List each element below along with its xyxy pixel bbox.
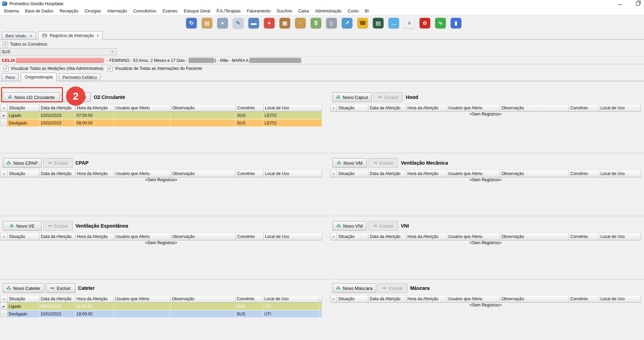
column-header[interactable]: Usuário que Aferiu: [114, 104, 171, 112]
price-up-icon[interactable]: ↑: [295, 18, 306, 28]
column-header[interactable]: Local de Uso: [599, 233, 641, 240]
column-header[interactable]: Hora da Aferição: [406, 104, 447, 112]
column-header[interactable]: Local de Uso: [599, 170, 641, 177]
novo-cateter-button[interactable]: Novo Cateter: [3, 283, 44, 293]
visualizar-internacoes-checkbox[interactable]: [108, 66, 113, 71]
column-header[interactable]: Convênio: [236, 233, 264, 240]
column-header[interactable]: Situação: [8, 233, 39, 240]
column-header[interactable]: Observação: [500, 233, 569, 240]
column-header[interactable]: Convênio: [569, 295, 599, 303]
menu-caixa[interactable]: Caixa: [295, 8, 312, 15]
novo-mascara-button[interactable]: Novo Máscara: [332, 283, 376, 293]
menu-sus-ans[interactable]: Sus/Ans: [274, 8, 295, 15]
table-row[interactable]: Desligado 10/02/2023 09:00:00 SUS LEITO: [0, 119, 322, 127]
menu-bi[interactable]: BI: [362, 8, 372, 15]
novo-capuz-button[interactable]: Novo Capuz: [332, 92, 372, 102]
menu-exames[interactable]: Exames: [159, 8, 181, 15]
column-header[interactable]: Hora da Aferição: [75, 170, 114, 177]
minimize-button[interactable]: [618, 4, 622, 5]
restore-button[interactable]: [636, 2, 640, 6]
column-header[interactable]: Convênio: [569, 170, 599, 177]
column-header[interactable]: Local de Uso: [599, 295, 641, 303]
power-icon[interactable]: ⊙: [420, 18, 430, 28]
column-header[interactable]: Hora da Aferição: [406, 295, 447, 303]
column-header[interactable]: Observação: [500, 104, 569, 112]
column-header[interactable]: Convênio: [569, 233, 599, 240]
doctor-icon[interactable]: +: [217, 18, 228, 28]
patients-folder-icon[interactable]: ▤: [202, 18, 212, 28]
tab-close-icon[interactable]: ×: [96, 33, 99, 38]
column-header[interactable]: Local de Uso: [264, 170, 322, 177]
novo-vm-button[interactable]: Novo VM: [332, 158, 367, 168]
column-header[interactable]: Local de Uso: [264, 233, 322, 240]
column-header[interactable]: Data da Aferição: [368, 233, 406, 240]
column-header[interactable]: Situação: [337, 233, 368, 240]
column-header[interactable]: Convênio: [236, 104, 264, 112]
column-header[interactable]: Observação: [500, 170, 569, 177]
column-header[interactable]: Usuário que Aferiu: [447, 295, 500, 303]
phonebook-icon[interactable]: ☎: [357, 18, 368, 28]
column-header[interactable]: Usuário que Aferiu: [114, 170, 171, 177]
column-header[interactable]: Observação: [171, 233, 236, 240]
vitals-monitor-icon[interactable]: ∿: [435, 18, 446, 28]
column-header[interactable]: Usuário que Aferiu: [447, 170, 500, 177]
column-header[interactable]: Data da Aferição: [368, 104, 406, 112]
tab-close-icon[interactable]: ×: [30, 34, 32, 38]
tab-perimetro-cefalico[interactable]: Perímetro Cefálico: [59, 73, 101, 81]
chat-icon[interactable]: …: [388, 18, 399, 28]
ledger-book-icon[interactable]: ▤: [373, 18, 384, 28]
column-header[interactable]: Situação: [337, 170, 368, 177]
column-header[interactable]: Situação: [8, 170, 39, 177]
column-header[interactable]: Data da Aferição: [39, 295, 75, 303]
tab-oxigenoterapia[interactable]: Oxigenoterapia: [21, 73, 56, 81]
column-header[interactable]: Observação: [171, 104, 236, 112]
novo-o2-circulante-button[interactable]: Novo O2 Circulante: [3, 92, 60, 102]
table-row[interactable]: ▸ Ligado 03/02/2023 11:34:00 SUS UTI: [0, 303, 322, 310]
prescription-icon[interactable]: ✎: [233, 18, 243, 28]
column-header[interactable]: Observação: [171, 295, 236, 303]
column-header[interactable]: Hora da Aferição: [406, 170, 447, 177]
hospital-bed-icon[interactable]: ▬: [248, 18, 259, 28]
novo-cpap-button[interactable]: Novo CPAP: [3, 158, 42, 168]
column-header[interactable]: Usuário que Aferiu: [447, 104, 500, 112]
finance-chart-icon[interactable]: ↗: [342, 18, 352, 28]
menu-pa-terapias[interactable]: P.A./Terapias: [213, 8, 244, 15]
user-refresh-icon[interactable]: ↻: [186, 18, 197, 28]
column-header[interactable]: Convênio: [236, 170, 264, 177]
column-header[interactable]: Data da Aferição: [39, 104, 75, 112]
novo-ve-button[interactable]: Novo VE: [3, 221, 42, 231]
table-row[interactable]: Desligado 10/02/2023 19:00:00 SUS UTI: [0, 310, 322, 318]
column-header[interactable]: Usuário que Aferiu: [114, 233, 171, 240]
column-header[interactable]: Data da Aferição: [368, 295, 406, 303]
column-header[interactable]: Convênio: [569, 104, 599, 112]
menu-estoque-geral[interactable]: Estoque Geral: [181, 8, 213, 15]
menu-base-de-dados[interactable]: Base de Dados: [22, 8, 56, 15]
column-header[interactable]: Local de Uso: [264, 104, 322, 112]
column-header[interactable]: Usuário que Aferiu: [447, 233, 500, 240]
column-header[interactable]: Data da Aferição: [39, 170, 75, 177]
column-header[interactable]: Hora da Aferição: [406, 233, 447, 240]
column-header[interactable]: Observação: [500, 295, 569, 303]
menu-sistema[interactable]: Sistema: [1, 8, 22, 15]
column-header[interactable]: Situação: [8, 104, 39, 112]
excluir-o2-button[interactable]: Excluir: [62, 92, 91, 102]
column-header[interactable]: Data da Aferição: [39, 233, 75, 240]
menu-consultorios[interactable]: Consultórios: [130, 8, 159, 15]
menu-recepcao[interactable]: Recepção: [56, 8, 81, 15]
column-header[interactable]: Convênio: [236, 295, 263, 303]
column-header[interactable]: Observação: [171, 170, 236, 177]
menu-custo[interactable]: Custo: [344, 8, 361, 15]
menu-internacao[interactable]: Internação: [104, 8, 130, 15]
table-row[interactable]: ▸ Ligado 10/02/2023 07:00:00 SUS LEITO: [0, 112, 322, 119]
stock-box-icon[interactable]: ▦: [279, 18, 290, 28]
column-header[interactable]: Local de Uso: [263, 295, 319, 303]
column-header[interactable]: Usuário que Aferiu: [114, 295, 171, 303]
menu-cirurgias[interactable]: Cirurgias: [81, 8, 104, 15]
novo-vni-button[interactable]: Novo VNI: [332, 221, 367, 231]
tab-registros-de-internacao[interactable]: Registros de Internação ×: [38, 31, 103, 40]
thermometer-icon[interactable]: ▮: [451, 18, 461, 28]
invoice-icon[interactable]: ≡: [404, 18, 415, 28]
column-header[interactable]: Situação: [8, 295, 39, 303]
column-header[interactable]: Situação: [337, 295, 368, 303]
convenio-combobox[interactable]: SUS ▼: [0, 48, 117, 55]
